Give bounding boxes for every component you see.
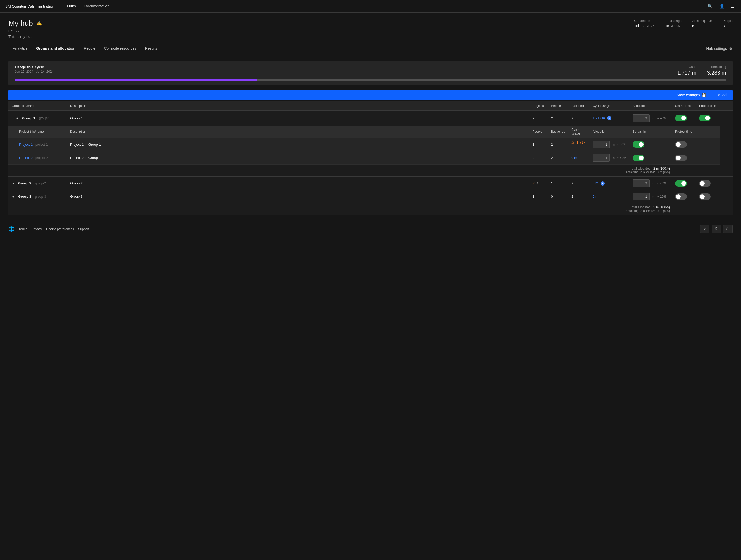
edit-hub-icon[interactable]: ✍ <box>36 20 42 26</box>
tab-compute-resources[interactable]: Compute resources <box>99 43 140 54</box>
stat-created-on: Created on Jul 12, 2024 <box>634 19 655 28</box>
project1-protect-time: ✓ <box>672 138 696 151</box>
group1-cycle-usage: 1.717 m i <box>589 111 629 126</box>
group3-collapse-button[interactable]: ▼ <box>12 195 15 198</box>
subcol-backends: Backends <box>548 126 568 138</box>
grand-totals: Total allocated: 5 m (100%) Remaining to… <box>589 203 672 215</box>
save-icon: 💾 <box>702 93 706 97</box>
save-changes-button[interactable]: Save changes 💾 <box>676 93 706 97</box>
project1-backends: 2 <box>548 138 568 151</box>
totals-right-spacer <box>672 165 733 177</box>
top-nav: IBM Quantum Administration Hubs Document… <box>0 0 741 13</box>
group2-cycle-usage: 0 m i <box>589 176 629 190</box>
usage-remaining: Remaining 3.283 m <box>707 65 726 76</box>
usage-section: Usage this cycle Jun 25, 2024 - Jul 24, … <box>8 61 733 85</box>
col-set-as-limit: Set as limit <box>672 101 696 111</box>
col-projects: Projects <box>529 101 548 111</box>
col-allocation: Allocation <box>629 101 672 111</box>
group1-protect-toggle[interactable]: ✓ <box>699 115 711 121</box>
project1-set-limit-toggle[interactable]: ✓ <box>633 141 644 148</box>
project2-protect-time: ✓ <box>672 151 696 165</box>
group2-protect-toggle[interactable]: ✓ <box>699 180 711 186</box>
apps-icon[interactable]: ☷ <box>729 2 737 11</box>
cancel-button[interactable]: Cancel <box>716 93 727 97</box>
hub-slug: my-hub <box>8 29 634 32</box>
total-allocated-label: Total allocated: 2 m (100%) <box>593 167 670 170</box>
settings-gear-icon: ⚙ <box>729 47 733 51</box>
project1-cycle-usage: ⚠ 1.717 m <box>568 138 589 151</box>
group3-allocation-input[interactable] <box>633 193 650 201</box>
light-mode-button[interactable]: ☀ <box>700 225 710 233</box>
nav-link-documentation[interactable]: Documentation <box>80 0 114 12</box>
project2-protect-toggle[interactable]: ✓ <box>675 155 687 161</box>
group3-protect-time: ✓ <box>696 190 720 203</box>
search-icon[interactable]: 🔍 <box>705 2 715 11</box>
project1-people: 1 <box>529 138 548 151</box>
project1-protect-toggle[interactable]: ✓ <box>675 141 687 148</box>
group1-projects: 2 <box>529 111 548 126</box>
group2-more-button[interactable]: ⋮ <box>723 180 729 187</box>
group1-info-icon[interactable]: i <box>607 116 611 120</box>
project2-backends: 2 <box>548 151 568 165</box>
project1-allocation-input[interactable] <box>593 141 610 148</box>
project2-description: Project 2 in Group 1 <box>67 151 529 165</box>
tab-people[interactable]: People <box>80 43 100 54</box>
group3-backends: 2 <box>568 190 589 203</box>
group2-protect-time: ✓ <box>696 176 720 190</box>
footer-terms[interactable]: Terms <box>18 227 27 231</box>
group3-protect-toggle[interactable]: ✓ <box>699 193 711 200</box>
tab-analytics[interactable]: Analytics <box>8 43 32 54</box>
group1-set-as-limit: ✓ <box>672 111 696 126</box>
project2-more: ⋮ <box>696 151 720 165</box>
nav-link-hubs[interactable]: Hubs <box>63 0 80 12</box>
tab-results[interactable]: Results <box>141 43 162 54</box>
project2-title: Project 2 project-2 <box>8 151 67 165</box>
project2-people: 0 <box>529 151 548 165</box>
grand-totals-right-spacer <box>672 203 733 215</box>
footer-support[interactable]: Support <box>78 227 89 231</box>
group2-info-icon[interactable]: i <box>601 181 605 185</box>
globe-icon: 🌐 <box>8 226 14 232</box>
subcol-set-as-limit: Set as limit <box>629 126 672 138</box>
project2-set-as-limit: ✓ <box>629 151 672 165</box>
table-header-row: Group title/name Description Projects Pe… <box>8 101 733 111</box>
grand-totals-spacer <box>8 203 589 215</box>
group2-set-limit-toggle[interactable]: ✓ <box>675 180 687 186</box>
project-subheader-row: Project title/name Description People Ba… <box>8 126 733 138</box>
hub-settings-button[interactable]: Hub settings ⚙ <box>706 43 733 54</box>
project2-cycle-usage: 0 m <box>568 151 589 165</box>
footer-privacy[interactable]: Privacy <box>31 227 42 231</box>
group2-allocation-input[interactable] <box>633 179 650 187</box>
col-description: Description <box>67 101 529 111</box>
user-icon[interactable]: 👤 <box>717 2 727 11</box>
group3-more-button[interactable]: ⋮ <box>723 193 729 200</box>
usage-dates: Jun 25, 2024 - Jul 24, 2024 <box>15 70 53 74</box>
project2-allocation: m ≈ 50% <box>589 151 629 165</box>
group2-projects: ⚠1 <box>529 176 548 190</box>
subcol-project-title: Project title/name <box>8 126 67 138</box>
col-protect-time: Protect time <box>696 101 720 111</box>
footer-theme-icons: ☀ 🖶 ☾ <box>700 225 733 233</box>
tab-groups-allocation[interactable]: Groups and allocation <box>32 43 80 54</box>
brand-logo: IBM Quantum Administration <box>4 4 55 8</box>
group1-allocation-input[interactable] <box>633 114 650 122</box>
project1-more-button[interactable]: ⋮ <box>699 141 705 148</box>
group2-collapse-button[interactable]: ▼ <box>12 181 15 185</box>
group1-collapse-button[interactable]: ▲ <box>16 116 19 120</box>
group3-set-as-limit: ✓ <box>672 190 696 203</box>
dark-mode-button[interactable]: ☾ <box>723 225 733 233</box>
group3-set-limit-toggle[interactable]: ✓ <box>675 193 687 200</box>
col-backends: Backends <box>568 101 589 111</box>
footer-cookie-preferences[interactable]: Cookie preferences <box>46 227 74 231</box>
project1-more: ⋮ <box>696 138 720 151</box>
stat-total-usage: Total usage 1m 43.9s <box>665 19 681 28</box>
group1-more-button[interactable]: ⋮ <box>723 115 729 122</box>
project2-more-button[interactable]: ⋮ <box>699 154 705 161</box>
grand-remaining-to-allocate: Remaining to allocate: 0 m (0%) <box>593 209 670 213</box>
project2-set-limit-toggle[interactable]: ✓ <box>633 155 644 161</box>
group1-set-limit-toggle[interactable]: ✓ <box>675 115 687 121</box>
system-mode-button[interactable]: 🖶 <box>712 225 721 233</box>
group3-projects: 1 <box>529 190 548 203</box>
group1-totals: Total allocated: 2 m (100%) Remaining to… <box>589 165 672 177</box>
project2-allocation-input[interactable] <box>593 154 610 162</box>
